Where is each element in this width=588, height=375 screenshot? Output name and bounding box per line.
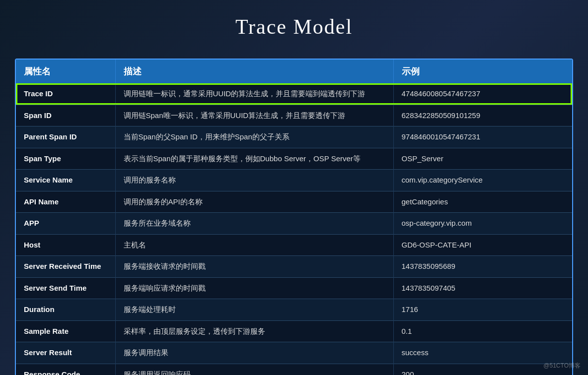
table-row: API Name调用的服务的API的名称getCategories	[16, 191, 572, 213]
header-description: 描述	[115, 60, 393, 83]
cell-example: 474846008054746723​7	[393, 83, 572, 105]
table-row: Duration服务端处理耗时1716	[16, 299, 572, 321]
watermark: @51CTO博客	[543, 362, 581, 370]
table-row: Service Name调用的服务名称com.vip.categoryServi…	[16, 170, 572, 191]
table-row: Server Send Time服务端响应请求的时间戳1437835097405	[16, 277, 572, 299]
cell-description: 服务调用返回响应码	[115, 364, 393, 375]
cell-attr-name: Host	[16, 234, 115, 256]
header-example: 示例	[393, 60, 572, 83]
cell-example: osp-category.vip.com	[393, 213, 572, 235]
cell-attr-name: Trace ID	[16, 83, 115, 105]
cell-example: GD6-OSP-CATE-API	[393, 234, 572, 256]
table-header-row: 属性名 描述 示例	[16, 60, 572, 83]
cell-attr-name: Sample Rate	[16, 320, 115, 342]
table-row: Sample Rate采样率，由顶层服务设定，透传到下游服务0.1	[16, 320, 572, 342]
cell-example: 628342285050910125​9	[393, 105, 572, 126]
cell-description: 服务调用结果	[115, 342, 393, 364]
cell-description: 表示当前Span的属于那种服务类型，例如Dubbo Server，OSP Ser…	[115, 148, 393, 170]
cell-description: 服务所在业务域名称	[115, 213, 393, 235]
cell-attr-name: APP	[16, 213, 115, 235]
cell-description: 采样率，由顶层服务设定，透传到下游服务	[115, 320, 393, 342]
table-row: Span ID调用链Span唯一标识，通常采用UUID算法生成，并且需要透传下游…	[16, 105, 572, 126]
cell-description: 当前Span的父Span ID，用来维护Span的父子关系	[115, 126, 393, 148]
table-row: Response Code服务调用返回响应码200	[16, 364, 572, 375]
cell-description: 调用链Span唯一标识，通常采用UUID算法生成，并且需要透传下游	[115, 105, 393, 126]
cell-attr-name: Duration	[16, 299, 115, 321]
cell-attr-name: API Name	[16, 191, 115, 213]
page-title: Trace Model	[235, 15, 353, 39]
cell-example: 1437835097405	[393, 277, 572, 299]
cell-example: 1716	[393, 299, 572, 321]
trace-model-table: 属性名 描述 示例 Trace ID调用链唯一标识，通常采用UUID的算法生成，…	[15, 59, 573, 375]
cell-attr-name: Server Send Time	[16, 277, 115, 299]
cell-attr-name: Parent Span ID	[16, 126, 115, 148]
table-row: Trace ID调用链唯一标识，通常采用UUID的算法生成，并且需要端到端透传到…	[16, 83, 572, 105]
cell-example: 1437835095689	[393, 256, 572, 278]
table-row: Host主机名GD6-OSP-CATE-API	[16, 234, 572, 256]
cell-description: 服务端响应请求的时间戳	[115, 277, 393, 299]
table-row: Span Type表示当前Span的属于那种服务类型，例如Dubbo Serve…	[16, 148, 572, 170]
cell-attr-name: Response Code	[16, 364, 115, 375]
cell-description: 调用的服务的API的名称	[115, 191, 393, 213]
header-name: 属性名	[16, 60, 115, 83]
cell-example: com.vip.categoryService	[393, 170, 572, 191]
cell-attr-name: Span ID	[16, 105, 115, 126]
table-row: Server Result服务调用结果success	[16, 342, 572, 364]
table-row: APP服务所在业务域名称osp-category.vip.com	[16, 213, 572, 235]
cell-description: 调用链唯一标识，通常采用UUID的算法生成，并且需要端到端透传到下游	[115, 83, 393, 105]
cell-description: 服务端处理耗时	[115, 299, 393, 321]
cell-description: 服务端接收请求的时间戳	[115, 256, 393, 278]
table-row: Server Received Time服务端接收请求的时间戳143783509…	[16, 256, 572, 278]
cell-example: getCategories	[393, 191, 572, 213]
cell-description: 主机名	[115, 234, 393, 256]
cell-example: OSP_Server	[393, 148, 572, 170]
cell-attr-name: Service Name	[16, 170, 115, 191]
cell-example: 974846001054746723​1	[393, 126, 572, 148]
cell-example: 0.1	[393, 320, 572, 342]
cell-example: success	[393, 342, 572, 364]
table-row: Parent Span ID当前Span的父Span ID，用来维护Span的父…	[16, 126, 572, 148]
cell-attr-name: Span Type	[16, 148, 115, 170]
cell-description: 调用的服务名称	[115, 170, 393, 191]
cell-attr-name: Server Received Time	[16, 256, 115, 278]
cell-attr-name: Server Result	[16, 342, 115, 364]
